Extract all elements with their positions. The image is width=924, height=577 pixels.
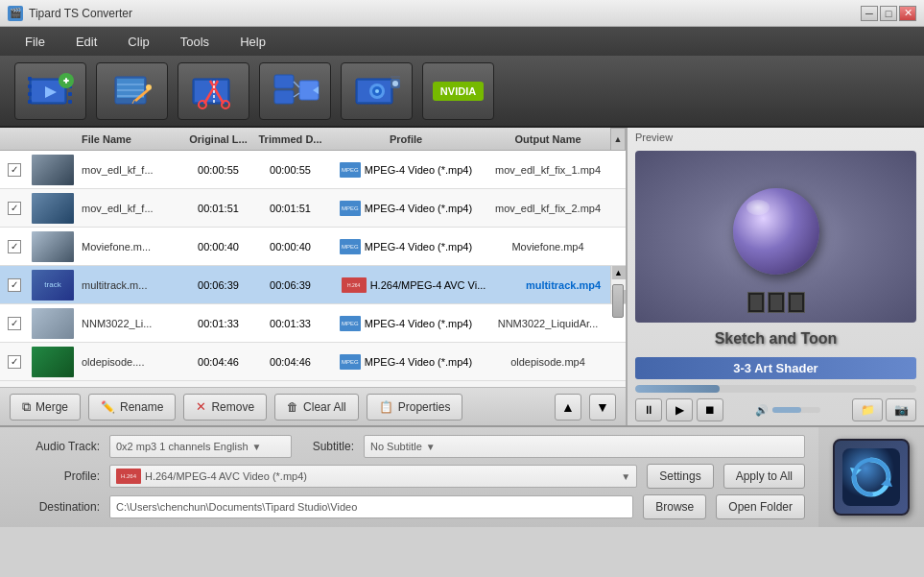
row-profile: MPEG MPEG-4 Video (*.mp4) [326, 162, 486, 178]
preview-screen [635, 151, 916, 323]
scroll-up-btn[interactable]: ▲ [612, 266, 626, 279]
row-trimmed-duration: 00:00:40 [254, 241, 326, 252]
convert-area [818, 427, 924, 527]
header-scroll-up[interactable]: ▲ [610, 128, 626, 151]
preview-progress-bar [635, 385, 916, 393]
screenshot-button[interactable]: 📷 [886, 398, 916, 421]
audio-track-label: Audio Track: [13, 440, 100, 453]
row-trimmed-duration: 00:01:51 [254, 203, 326, 214]
nvidia-button[interactable]: NVIDIA [422, 62, 494, 120]
row-profile: H.264 H.264/MPEG-4 AVC Vi... [326, 277, 501, 293]
subtitle-combo[interactable]: No Subtitle ▼ [364, 435, 805, 458]
audio-track-arrow: ▼ [252, 442, 262, 452]
open-folder-button[interactable]: Open Folder [716, 494, 805, 519]
preview-title: Sketch and Toon [628, 326, 924, 349]
file-list-header: File Name Original L... Trimmed D... Pro… [0, 128, 626, 151]
row-trimmed-duration: 00:04:46 [254, 356, 326, 368]
convert-button[interactable] [833, 439, 910, 516]
row-original-duration: 00:00:40 [182, 241, 254, 252]
menu-clip[interactable]: Clip [112, 31, 164, 53]
properties-icon: 📋 [379, 400, 393, 414]
merge-button[interactable] [259, 62, 331, 120]
table-row[interactable]: NNM3022_Li... 00:01:33 00:01:33 MPEG MPE… [0, 304, 626, 343]
pause-button[interactable]: ⏸ [635, 398, 662, 421]
file-list-area: File Name Original L... Trimmed D... Pro… [0, 128, 627, 425]
svg-line-32 [294, 82, 299, 87]
row-checkbox[interactable] [0, 201, 29, 215]
move-up-button[interactable]: ▲ [555, 394, 581, 421]
merge-icon: ⧉ [22, 399, 31, 415]
row-output: mov_edl_kf_fix_2.mp4 [486, 203, 610, 214]
table-row[interactable]: mov_edl_kf_f... 00:01:51 00:01:51 MPEG M… [0, 189, 626, 228]
apply-to-all-button[interactable]: Apply to All [723, 464, 805, 489]
table-row[interactable]: Moviefone.m... 00:00:40 00:00:40 MPEG MP… [0, 228, 626, 266]
stop-button[interactable]: ⏹ [697, 398, 723, 421]
scrollbar[interactable]: ▲ ▼ [610, 266, 626, 303]
edit-button[interactable] [96, 62, 168, 120]
row-checkbox[interactable] [0, 239, 29, 253]
destination-input[interactable]: C:\Users\chenchun\Documents\Tipard Studi… [109, 495, 633, 518]
volume-slider[interactable] [772, 407, 820, 413]
window-controls: ─ □ ✕ [861, 6, 916, 21]
merge-button[interactable]: ⧉ Merge [10, 394, 81, 421]
row-trimmed-duration: 00:06:39 [254, 279, 326, 291]
row-output: mov_edl_kf_fix_1.mp4 [486, 164, 610, 176]
remove-button[interactable]: ✕ Remove [183, 394, 267, 421]
row-checkbox[interactable] [0, 162, 29, 177]
profile-combo[interactable]: H.264 H.264/MPEG-4 AVC Video (*.mp4) ▼ [109, 465, 637, 488]
minimize-button[interactable]: ─ [861, 6, 878, 21]
menu-help[interactable]: Help [225, 31, 281, 53]
menu-file[interactable]: File [10, 31, 60, 53]
move-down-button[interactable]: ▼ [589, 394, 616, 421]
audio-subtitle-row: Audio Track: 0x2 mp3 1 channels English … [13, 435, 805, 458]
properties-button[interactable]: 📋 Properties [367, 394, 463, 421]
main-content: File Name Original L... Trimmed D... Pro… [0, 128, 924, 425]
capture-folder-button[interactable]: 📁 [852, 398, 883, 421]
svg-rect-3 [28, 77, 32, 81]
settings-button[interactable]: Settings [647, 464, 713, 489]
table-row[interactable]: oldepisode.... 00:04:46 00:04:46 MPEG MP… [0, 343, 626, 381]
action-bar: ⧉ Merge ✏️ Rename ✕ Remove 🗑 Clear All 📋… [0, 387, 626, 425]
audio-track-combo[interactable]: 0x2 mp3 1 channels English ▼ [109, 435, 292, 458]
table-row[interactable]: mov_edl_kf_f... 00:00:55 00:00:55 MPEG M… [0, 151, 626, 189]
effect-button[interactable] [341, 62, 413, 120]
profile-icon: MPEG [340, 201, 361, 216]
svg-rect-13 [65, 78, 67, 84]
row-filename: multitrack.m... [77, 279, 182, 291]
svg-rect-29 [274, 75, 294, 88]
volume-control: 🔊 [755, 404, 820, 417]
svg-point-20 [146, 84, 152, 90]
row-output: multitrack.mp4 [501, 279, 626, 291]
preview-controls: ⏸ ▶ ⏹ 🔊 📁 📷 [628, 395, 924, 425]
restore-button[interactable]: □ [880, 6, 897, 21]
svg-point-39 [375, 89, 379, 93]
browse-button[interactable]: Browse [643, 494, 706, 519]
row-checkbox[interactable] [0, 277, 29, 292]
svg-rect-15 [117, 79, 144, 98]
destination-row: Destination: C:\Users\chenchun\Documents… [13, 494, 805, 519]
scroll-thumb[interactable] [612, 284, 624, 318]
capture-buttons: 📁 📷 [852, 398, 916, 421]
add-video-button[interactable] [14, 62, 86, 120]
subtitle-arrow: ▼ [426, 442, 436, 452]
table-row[interactable]: track multitrack.m... 00:06:39 00:06:39 … [0, 266, 626, 304]
menu-tools[interactable]: Tools [165, 31, 225, 53]
row-trimmed-duration: 00:01:33 [254, 318, 326, 329]
close-button[interactable]: ✕ [899, 6, 916, 21]
row-filename: mov_edl_kf_f... [77, 164, 182, 176]
preview-panel: Preview Sketch and Toon 3-3 Art Shader ⏸… [627, 128, 924, 425]
profile-row: Profile: H.264 H.264/MPEG-4 AVC Video (*… [13, 464, 805, 489]
rename-button[interactable]: ✏️ Rename [88, 394, 176, 421]
row-thumbnail [29, 190, 77, 227]
row-checkbox[interactable] [0, 316, 29, 330]
row-profile: MPEG MPEG-4 Video (*.mp4) [326, 354, 486, 370]
clip-button[interactable] [178, 62, 249, 120]
row-output: Moviefone.mp4 [486, 241, 610, 252]
row-profile: MPEG MPEG-4 Video (*.mp4) [326, 239, 486, 254]
row-checkbox[interactable] [0, 354, 29, 369]
row-profile: MPEG MPEG-4 Video (*.mp4) [326, 201, 486, 216]
clear-all-button[interactable]: 🗑 Clear All [274, 394, 359, 421]
play-button[interactable]: ▶ [666, 398, 693, 421]
menu-edit[interactable]: Edit [60, 31, 112, 53]
row-output: oldepisode.mp4 [486, 356, 610, 368]
